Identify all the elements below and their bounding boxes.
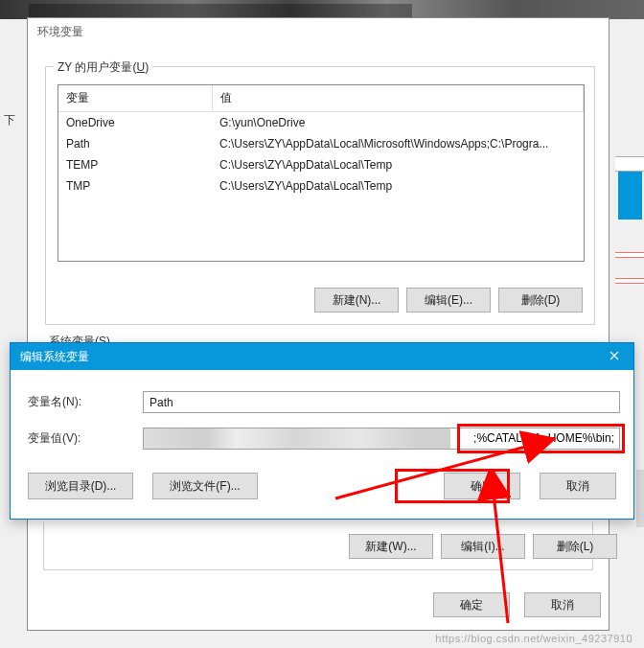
table-row[interactable]: OneDriveG:\yun\OneDrive <box>58 112 584 134</box>
user-new-button[interactable]: 新建(N)... <box>314 288 399 312</box>
value-blurred-portion <box>144 428 450 449</box>
dialog-title: 环境变量 <box>28 18 609 46</box>
sys-delete-button[interactable]: 删除(L) <box>533 534 617 559</box>
var-value-label: 变量值(V): <box>28 430 143 447</box>
bg-fragment <box>636 470 644 527</box>
col-name[interactable]: 变量 <box>58 85 212 112</box>
edit-system-variable-dialog: 编辑系统变量 变量名(N): 变量值(V): ;%CATALINA_HOME%\… <box>10 342 634 520</box>
table-row[interactable]: PathC:\Users\ZY\AppData\Local\Microsoft\… <box>58 133 584 154</box>
col-value[interactable]: 值 <box>212 85 584 112</box>
user-variables-table[interactable]: 变量 值 OneDriveG:\yun\OneDrive PathC:\User… <box>58 84 585 262</box>
var-name-label: 变量名(N): <box>28 394 143 410</box>
edit-dialog-title: 编辑系统变量 <box>11 343 633 370</box>
background-titlebar-inner <box>29 4 412 17</box>
bg-fragment <box>615 278 644 284</box>
user-edit-button[interactable]: 编辑(E)... <box>406 288 491 312</box>
sys-edit-button[interactable]: 编辑(I)... <box>441 534 525 559</box>
table-row[interactable]: TMPC:\Users\ZY\AppData\Local\Temp <box>58 175 584 197</box>
value-visible-text: ;%CATALINA_HOME%\bin; <box>473 431 614 445</box>
user-variables-label: ZY 的用户变量(U) <box>54 59 152 76</box>
close-icon[interactable] <box>595 343 633 370</box>
edit-ok-button[interactable]: 确定 <box>444 473 520 499</box>
browse-directory-button[interactable]: 浏览目录(D)... <box>28 473 133 499</box>
sys-new-button[interactable]: 新建(W)... <box>349 534 433 559</box>
bg-fragment <box>618 172 642 220</box>
user-variables-group: ZY 的用户变量(U) 变量 值 OneDriveG:\yun\OneDrive… <box>45 66 595 325</box>
user-delete-button[interactable]: 删除(D) <box>498 288 583 312</box>
env-cancel-button[interactable]: 取消 <box>524 592 601 617</box>
watermark: https://blog.csdn.net/weixin_49237910 <box>435 633 632 644</box>
side-text: 下 <box>4 112 15 128</box>
env-ok-button[interactable]: 确定 <box>433 592 510 617</box>
var-value-input[interactable]: ;%CATALINA_HOME%\bin; <box>143 428 620 450</box>
browse-file-button[interactable]: 浏览文件(F)... <box>152 473 258 499</box>
bg-fragment <box>615 252 644 258</box>
edit-cancel-button[interactable]: 取消 <box>540 473 616 499</box>
bg-fragment <box>615 156 644 172</box>
var-name-input[interactable] <box>143 391 620 413</box>
table-row[interactable]: TEMPC:\Users\ZY\AppData\Local\Temp <box>58 154 584 175</box>
